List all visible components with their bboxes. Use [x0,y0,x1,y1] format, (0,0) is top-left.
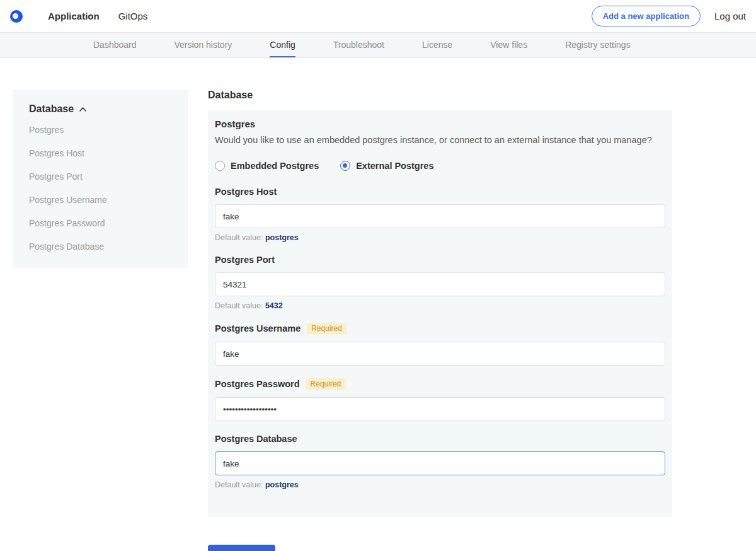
logout-link[interactable]: Log out [714,11,746,21]
sidebar-item-postgres-port[interactable]: Postgres Port [29,171,171,182]
tab-config[interactable]: Config [270,33,295,57]
postgres-port-input[interactable] [215,272,665,296]
default-prefix: Default value: [215,480,263,489]
tab-troubleshoot[interactable]: Troubleshoot [333,33,384,57]
app-subnav: Dashboard Version history Config Trouble… [0,33,756,58]
required-badge: Required [306,378,346,390]
radio-circle-icon[interactable] [215,161,225,171]
field-label: Postgres Port [215,255,665,265]
default-prefix: Default value: [215,301,263,310]
top-nav-right: Add a new application Log out [592,6,746,26]
top-nav: Application GitOps Add a new application… [0,0,756,33]
nav-tab-gitops[interactable]: GitOps [118,1,148,31]
field-postgres-username: Postgres Username Required [215,323,665,366]
tab-license[interactable]: License [422,33,452,57]
tab-dashboard[interactable]: Dashboard [93,33,137,57]
top-nav-tabs: Application GitOps [48,1,147,31]
sidebar-group-title: Database [29,103,74,115]
nav-tab-application[interactable]: Application [48,1,100,31]
default-value: postgres [265,480,299,489]
add-new-application-button[interactable]: Add a new application [592,6,701,26]
default-value-line: Default value: 5432 [215,301,665,310]
field-label-text: Postgres Password [215,379,300,389]
required-badge: Required [307,323,346,334]
postgres-type-radio-group: Embedded Postgres External Postgres [215,161,665,171]
field-label-text: Postgres Username [215,323,301,334]
sidebar-group-database[interactable]: Database [29,103,171,115]
sidebar-item-postgres-password[interactable]: Postgres Password [29,218,171,228]
default-value: 5432 [265,301,283,310]
radio-external-postgres[interactable]: External Postgres [340,161,433,171]
app-logo-icon [10,10,23,23]
radio-label: Embedded Postgres [231,161,319,171]
postgres-password-input[interactable] [215,397,665,421]
save-config-button[interactable]: Save config [208,545,275,551]
field-postgres-database: Postgres Database Default value: postgre… [215,434,665,489]
section-title: Database [208,90,672,101]
tab-registry-settings[interactable]: Registry settings [565,33,630,57]
field-label: Postgres Password Required [215,378,665,390]
postgres-database-input[interactable] [215,451,665,475]
config-group-card: Postgres Would you like to use an embedd… [208,110,672,517]
sidebar-item-postgres-database[interactable]: Postgres Database [29,241,171,252]
config-main: Database Postgres Would you like to use … [208,90,672,551]
postgres-username-input[interactable] [215,342,665,366]
field-postgres-password: Postgres Password Required [215,378,665,421]
default-value-line: Default value: postgres [215,480,665,489]
tab-view-files[interactable]: View files [490,33,527,57]
chevron-up-icon [79,107,87,112]
sidebar-item-postgres[interactable]: Postgres [29,125,171,135]
field-label: Postgres Host [215,187,665,197]
field-label: Postgres Username Required [215,323,665,334]
default-value-line: Default value: postgres [215,233,665,242]
default-prefix: Default value: [215,233,263,242]
sidebar-item-postgres-host[interactable]: Postgres Host [29,148,171,158]
field-label-text: Postgres Port [215,255,275,265]
field-label-text: Postgres Host [215,187,277,197]
config-group-help-text: Would you like to use an embedded postgr… [215,135,665,145]
radio-circle-icon[interactable] [340,161,350,171]
field-label-text: Postgres Database [215,434,297,444]
radio-embedded-postgres[interactable]: Embedded Postgres [215,161,319,171]
config-group-label: Postgres [215,119,665,129]
postgres-host-input[interactable] [215,204,665,228]
field-postgres-port: Postgres Port Default value: 5432 [215,255,665,310]
config-page: Database Postgres Postgres Host Postgres… [0,58,756,551]
field-postgres-host: Postgres Host Default value: postgres [215,187,665,242]
radio-label: External Postgres [356,161,433,171]
sidebar-item-postgres-username[interactable]: Postgres Username [29,195,171,205]
field-label: Postgres Database [215,434,665,444]
tab-version-history[interactable]: Version history [175,33,232,57]
default-value: postgres [265,233,299,242]
config-sidebar: Database Postgres Postgres Host Postgres… [13,90,188,268]
